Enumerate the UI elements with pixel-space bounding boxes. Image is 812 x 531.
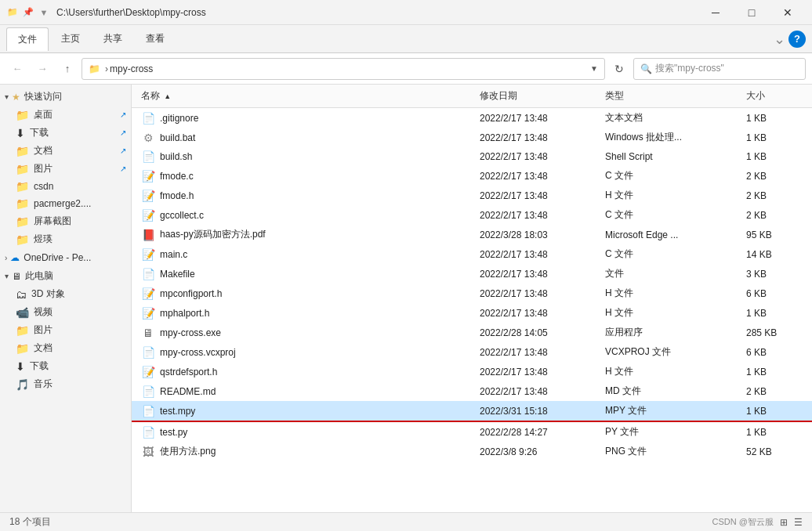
minimize-button[interactable]: ─ [698, 0, 734, 25]
file-type-cell: VCXPROJ 文件 [602, 343, 743, 361]
table-row[interactable]: 🖥 mpy-cross.exe 2022/2/28 14:05 应用程序 285… [132, 323, 812, 342]
sidebar-item-documents[interactable]: 📁 文档 ↗ [0, 142, 131, 160]
file-name-cell: 📝 main.c [138, 246, 477, 263]
folder-icon: 📁 [6, 6, 19, 19]
file-icon: 📄 [141, 112, 155, 125]
address-box[interactable]: 📁 › mpy-cross ▼ [82, 58, 605, 80]
file-type-cell: H 文件 [602, 304, 743, 322]
sidebar-item-documents-pc[interactable]: 📁 文档 [0, 339, 131, 357]
table-row[interactable]: 📝 fmode.h 2022/2/17 13:48 H 文件 2 KB [132, 186, 812, 205]
help-button[interactable]: ? [788, 31, 806, 48]
file-name: 使用方法.png [160, 445, 216, 458]
view-icons[interactable]: ⊞ [780, 517, 788, 528]
sidebar-item-csdn[interactable]: 📁 csdn [0, 178, 131, 195]
file-name-cell: 📄 README.md [138, 383, 477, 400]
tab-view[interactable]: 查看 [135, 27, 176, 50]
table-row[interactable]: 📄 test.mpy 2022/3/31 15:18 MPY 文件 1 KB [132, 401, 812, 422]
sidebar-item-desktop[interactable]: 📁 桌面 ↗ [0, 106, 131, 124]
file-name: qstrdefsport.h [160, 367, 217, 377]
status-bar: 18 个项目 CSDN @智云服 ⊞ ☰ [0, 512, 812, 531]
table-row[interactable]: 📕 haas-py源码加密方法.pdf 2022/3/28 18:03 Micr… [132, 225, 812, 244]
maximize-button[interactable]: □ [734, 0, 770, 25]
sidebar-section-quick-access: ▾ ★ 快速访问 📁 桌面 ↗ ⬇ 下载 ↗ 📁 文档 ↗ 📁 图片 [0, 88, 131, 248]
sidebar-onedrive-header[interactable]: › ☁ OneDrive - Pe... [0, 250, 131, 266]
sidebar-section-onedrive: › ☁ OneDrive - Pe... [0, 250, 131, 266]
table-row[interactable]: 📝 main.c 2022/2/17 13:48 C 文件 14 KB [132, 244, 812, 264]
sidebar-item-yuying[interactable]: 📁 煜瑛 [0, 230, 131, 248]
tab-home[interactable]: 主页 [50, 27, 91, 50]
sidebar-item-3dobjects[interactable]: 🗂 3D 对象 [0, 285, 131, 303]
quick-access-icon: ★ [12, 92, 20, 103]
toolbar-icon: ▼ [38, 6, 50, 19]
title-bar-icons: 📁 📌 ▼ [6, 6, 50, 19]
sidebar-item-pictures-pc[interactable]: 📁 图片 [0, 321, 131, 339]
sidebar-item-screenshots[interactable]: 📁 屏幕截图 [0, 212, 131, 230]
3d-icon: 🗂 [16, 288, 27, 301]
file-name: fmode.h [160, 190, 194, 201]
file-size-cell: 285 KB [743, 325, 806, 341]
table-row[interactable]: ⚙ build.bat 2022/2/17 13:48 Windows 批处理.… [132, 128, 812, 147]
file-icon: 📄 [141, 426, 155, 439]
sidebar-item-downloads-pc[interactable]: ⬇ 下载 [0, 357, 131, 375]
close-button[interactable]: ✕ [770, 0, 806, 25]
file-name: .gitignore [160, 113, 198, 124]
search-box[interactable]: 🔍 搜索"mpy-cross" [633, 58, 806, 80]
sidebar-quick-access-header[interactable]: ▾ ★ 快速访问 [0, 88, 131, 106]
file-name-cell: 📝 gccollect.c [138, 207, 477, 224]
file-name-cell: 📝 mpconfigport.h [138, 285, 477, 302]
tab-share[interactable]: 共享 [92, 27, 133, 50]
file-date-cell: 2022/2/17 13:48 [477, 305, 602, 321]
file-name: Makefile [160, 269, 195, 280]
table-row[interactable]: 📄 test.py 2022/2/28 14:27 PY 文件 1 KB [132, 422, 812, 442]
file-name: gccollect.c [160, 210, 204, 221]
file-icon: 📝 [141, 287, 155, 300]
file-name-cell: 🖼 使用方法.png [138, 442, 477, 461]
up-button[interactable]: ↑ [56, 58, 78, 80]
pin-icon: ↗ [120, 164, 126, 173]
tab-file[interactable]: 文件 [6, 27, 49, 51]
col-size[interactable]: 大小 [743, 86, 806, 106]
onedrive-chevron: › [5, 254, 7, 262]
table-row[interactable]: 📝 fmode.c 2022/2/17 13:48 C 文件 2 KB [132, 166, 812, 186]
sidebar-item-pictures[interactable]: 📁 图片 ↗ [0, 160, 131, 178]
file-icon: 📝 [141, 170, 155, 182]
file-size-cell: 52 KB [743, 444, 806, 460]
table-row[interactable]: 📝 mpconfigport.h 2022/2/17 13:48 H 文件 6 … [132, 284, 812, 303]
table-row[interactable]: 📝 mphalport.h 2022/2/17 13:48 H 文件 1 KB [132, 303, 812, 323]
sidebar-item-videos[interactable]: 📹 视频 [0, 303, 131, 321]
sidebar-item-label: 视频 [34, 305, 53, 319]
file-name-cell: 📄 .gitignore [138, 110, 477, 127]
onedrive-label: OneDrive - Pe... [24, 252, 91, 263]
table-row[interactable]: 📄 .gitignore 2022/2/17 13:48 文本文档 1 KB [132, 108, 812, 128]
table-row[interactable]: 📄 README.md 2022/2/17 13:48 MD 文件 2 KB [132, 381, 812, 401]
sidebar-item-downloads[interactable]: ⬇ 下载 ↗ [0, 124, 131, 142]
file-size-cell: 1 KB [743, 149, 806, 164]
video-icon: 📹 [16, 306, 29, 319]
sidebar-thispc-header[interactable]: ▾ 🖥 此电脑 [0, 267, 131, 285]
sidebar-item-pacmerge[interactable]: 📁 pacmerge2.... [0, 195, 131, 212]
col-type[interactable]: 类型 [602, 86, 743, 106]
file-size-cell: 1 KB [743, 424, 806, 440]
back-button[interactable]: ← [6, 58, 28, 80]
file-icon: 📄 [141, 268, 155, 280]
table-row[interactable]: 📝 qstrdefsport.h 2022/2/17 13:48 H 文件 1 … [132, 362, 812, 381]
folder-icon: 📁 [16, 215, 29, 228]
file-size-cell: 1 KB [743, 305, 806, 321]
view-list[interactable]: ☰ [794, 517, 803, 528]
table-row[interactable]: 📄 Makefile 2022/2/17 13:48 文件 3 KB [132, 264, 812, 284]
table-row[interactable]: 🖼 使用方法.png 2022/3/8 9:26 PNG 文件 52 KB [132, 442, 812, 461]
search-placeholder: 搜索"mpy-cross" [655, 62, 724, 75]
forward-button[interactable]: → [31, 58, 53, 80]
col-date[interactable]: 修改日期 [477, 86, 602, 106]
address-dropdown-icon[interactable]: ▼ [590, 64, 598, 73]
refresh-button[interactable]: ↻ [608, 58, 630, 80]
col-name[interactable]: 名称 ▲ [138, 86, 477, 106]
sidebar-item-label: 屏幕截图 [34, 215, 71, 228]
table-row[interactable]: 📄 build.sh 2022/2/17 13:48 Shell Script … [132, 147, 812, 166]
table-row[interactable]: 📄 mpy-cross.vcxproj 2022/2/17 13:48 VCXP… [132, 342, 812, 362]
expand-ribbon-btn[interactable]: ⌄ [774, 31, 785, 48]
table-row[interactable]: 📝 gccollect.c 2022/2/17 13:48 C 文件 2 KB [132, 205, 812, 225]
file-size-cell: 2 KB [743, 188, 806, 204]
file-icon: 📝 [141, 248, 155, 261]
sidebar-item-music[interactable]: 🎵 音乐 [0, 375, 131, 393]
